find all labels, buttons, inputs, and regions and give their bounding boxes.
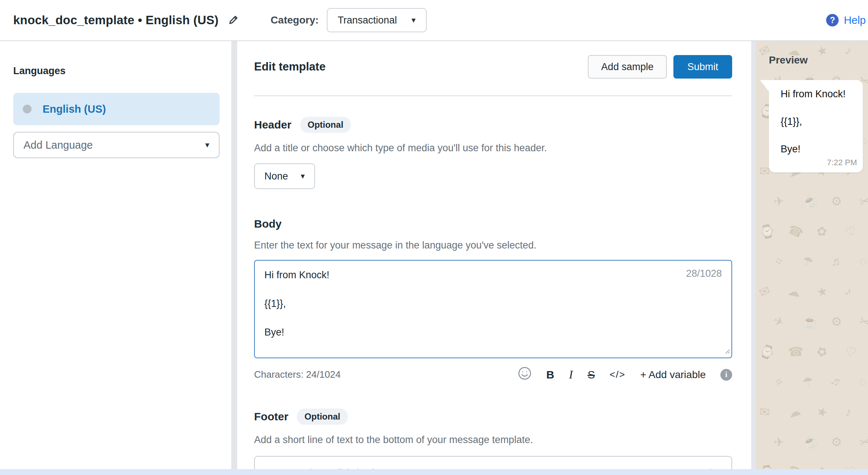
bubble-timestamp: 7:22 PM (827, 158, 857, 167)
strikethrough-button[interactable]: S (587, 369, 595, 381)
resize-handle-icon[interactable] (724, 348, 730, 355)
doodle-glyph: ✈ (771, 313, 787, 331)
footer-section: Footer Optional Add a short line of text… (254, 409, 732, 475)
doodle-glyph: ✧ (771, 253, 786, 270)
category-dropdown[interactable]: Transactional ▾ (327, 8, 427, 32)
body-textarea[interactable]: Hi from Knock! {{1}}, Bye! (254, 260, 732, 358)
sidebar-item-english-us[interactable]: English (US) (13, 93, 220, 125)
doodle-glyph: ⌚ (757, 342, 777, 361)
body-char-counter: 28/1028 (686, 268, 722, 279)
app-body: Languages English (US) Add Language ▾ Ed… (0, 41, 868, 469)
submit-button[interactable]: Submit (673, 55, 732, 79)
editor-title: Edit template (254, 60, 588, 73)
doodle-glyph: ♡ (843, 222, 859, 240)
doodle-glyph: ☕ (802, 314, 818, 330)
chevron-down-icon: ▾ (301, 172, 305, 180)
edit-template-panel: Edit template Add sample Submit Header O… (237, 41, 751, 469)
doodle-glyph: ✉ (759, 164, 770, 179)
optional-badge: Optional (297, 409, 347, 425)
chevron-down-icon: ▾ (205, 141, 209, 149)
edit-title-button[interactable] (228, 14, 239, 26)
doodle-glyph: ♬ (830, 254, 844, 269)
doodle-glyph: ♪ (845, 405, 852, 419)
pencil-icon (228, 14, 239, 26)
top-bar: knock_doc_template • English (US) Catego… (0, 0, 868, 41)
doodle-glyph: ⌚ (758, 464, 776, 469)
bold-button[interactable]: B (546, 369, 554, 381)
preview-panel: ✉☁★♪✈☕⚙✂⌚☎✿♡✧☂♬◌✉☁★♪✈☕⚙✂⌚☎✿♡✧☂♬◌✉☁★♪✈☕⚙✂… (756, 41, 868, 469)
doodle-glyph: ✂ (858, 193, 868, 210)
doodle-glyph: ✉ (757, 283, 773, 300)
doodle-glyph: ✿ (816, 464, 828, 469)
info-icon[interactable]: i (720, 369, 732, 381)
doodle-glyph: ☕ (800, 191, 820, 211)
editor-divider (254, 95, 732, 96)
doodle-glyph: ✂ (858, 434, 868, 450)
language-label: English (US) (43, 103, 106, 115)
code-button[interactable]: </> (610, 369, 626, 380)
add-language-dropdown[interactable]: Add Language ▾ (13, 132, 220, 158)
category-value: Transactional (338, 15, 397, 26)
doodle-glyph: ⚙ (830, 193, 843, 209)
doodle-glyph: ☂ (801, 374, 815, 390)
add-language-placeholder: Add Language (23, 139, 93, 151)
doodle-glyph: ✧ (772, 373, 786, 390)
header-section-title: Header (254, 119, 292, 131)
doodle-glyph: ✂ (858, 313, 868, 330)
sidebar-divider (231, 41, 237, 469)
emoji-button[interactable] (518, 366, 532, 383)
doodle-glyph: ⚙ (829, 313, 844, 330)
smiley-face-icon (518, 366, 532, 383)
category-wrap: Category: Transactional ▾ (271, 8, 427, 32)
body-toolbar: Characters: 24/1024 B I (254, 366, 732, 383)
doodle-glyph: ✈ (773, 193, 785, 209)
bubble-line: Bye! (781, 143, 856, 155)
doodle-glyph: ◌ (859, 374, 868, 389)
doodle-glyph: ☁ (786, 283, 802, 300)
language-status-dot (23, 105, 32, 113)
doodle-glyph: ☕ (800, 432, 820, 452)
doodle-glyph: ☎ (785, 462, 806, 469)
header-type-dropdown[interactable]: None ▾ (254, 163, 315, 189)
footer-section-title: Footer (254, 410, 288, 423)
doodle-glyph: ♡ (844, 343, 858, 360)
bottom-strip (0, 469, 868, 475)
title-wrap: knock_doc_template • English (US) (0, 13, 239, 27)
footer-section-description: Add a short line of text to the bottom o… (254, 434, 732, 446)
doodle-glyph: ★ (814, 403, 830, 421)
add-variable-button[interactable]: + Add variable (640, 369, 706, 381)
bubble-tail (760, 80, 770, 93)
doodle-glyph: ⚙ (829, 434, 844, 450)
doodle-glyph: ✈ (774, 435, 784, 449)
header-section: Header Optional Add a title or choose wh… (254, 117, 732, 189)
doodle-glyph: ✉ (759, 404, 771, 420)
doodle-glyph: ✿ (814, 343, 830, 360)
doodle-glyph: ☎ (786, 221, 806, 241)
preview-heading: Preview (769, 54, 868, 66)
doodle-glyph: ♪ (843, 283, 854, 299)
doodle-glyph: ♬ (828, 372, 846, 391)
doodle-glyph: ♡ (843, 463, 858, 469)
editor-header-row: Edit template Add sample Submit (254, 55, 732, 79)
add-sample-button[interactable]: Add sample (588, 55, 667, 79)
body-section-title: Body (254, 218, 282, 230)
body-section: Body Enter the text for your message in … (254, 218, 732, 383)
characters-counter: Characters: 24/1024 (254, 369, 518, 380)
help-label: Help (844, 14, 866, 26)
doodle-glyph: ✿ (816, 224, 827, 239)
optional-badge: Optional (300, 117, 351, 133)
header-type-value: None (264, 171, 288, 182)
doodle-glyph: ★ (815, 283, 829, 300)
doodle-glyph: ◌ (857, 253, 868, 269)
question-mark-icon: ? (826, 14, 839, 26)
doodle-glyph: ☁ (786, 403, 802, 421)
italic-button[interactable]: I (569, 368, 573, 381)
languages-heading: Languages (13, 65, 220, 77)
body-textarea-wrap: Hi from Knock! {{1}}, Bye! 28/1028 (254, 260, 732, 358)
main-scrollbar[interactable] (751, 41, 756, 469)
page-title: knock_doc_template • English (US) (13, 13, 218, 27)
help-link[interactable]: ? Help (826, 14, 868, 26)
bubble-line: Hi from Knock! (781, 88, 856, 100)
doodle-glyph: ☎ (788, 344, 804, 359)
doodle-glyph: ☂ (800, 253, 815, 270)
